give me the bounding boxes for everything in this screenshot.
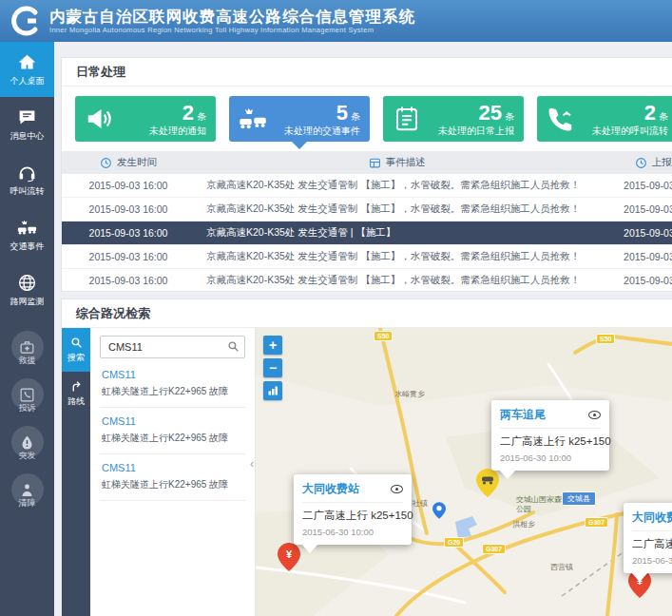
search-input[interactable]	[100, 336, 245, 358]
yellow-car-marker[interactable]	[476, 469, 499, 497]
tab-search[interactable]: 搜索	[62, 328, 90, 372]
card-label: 未处理的日常上报	[421, 125, 514, 136]
card-traffic-events[interactable]: 5条 未处理的交通事件	[229, 96, 370, 142]
collision-icon	[239, 105, 267, 133]
map-base-layer	[256, 328, 672, 616]
table-row[interactable]: 2015-09-03 16:00 京藏高速K20-K35处 发生交通管制 【施工…	[62, 174, 672, 198]
result-desc: 虹梯关隧道上行K22+965 故障	[102, 385, 243, 398]
zoom-out-button[interactable]: −	[263, 358, 282, 377]
search-result-item[interactable]: CMS11 虹梯关隧道上行K22+965 故障	[100, 408, 245, 454]
card-count: 25	[479, 101, 502, 125]
card-label: 未处理的通知	[113, 125, 206, 136]
quick-action-emergency[interactable]: 突发	[0, 426, 54, 462]
quick-action-rescue[interactable]: 救援	[0, 331, 54, 367]
traffic-chart-button[interactable]	[263, 381, 282, 400]
popup-title: 两车追尾	[500, 407, 546, 423]
home-icon	[17, 52, 37, 72]
card-count: 2	[644, 101, 656, 125]
table-header-row: 发生时间 事件描述 上报时间	[62, 151, 672, 174]
first-aid-icon	[19, 339, 35, 356]
search-icon[interactable]	[227, 340, 240, 353]
cell-time: 2015-09-03 16:00	[62, 251, 195, 262]
handset-icon	[547, 105, 575, 133]
card-label: 未处理的呼叫流转	[575, 125, 668, 136]
red-yuan-marker[interactable]: ¥	[278, 543, 300, 571]
sidebar-item-label: 个人桌面	[10, 75, 45, 87]
collapse-panel-icon[interactable]	[250, 457, 254, 471]
map-popup-toll-station: 大同收费站 二广高速上行 k25+150 2015-06-30 10:00	[624, 503, 672, 573]
cell-report: 2015-09-03 16:00	[599, 275, 672, 286]
search-icon	[70, 337, 83, 349]
result-desc: 虹梯关隧道上行K22+965 故障	[102, 478, 243, 491]
sidebar-item-messages[interactable]: 消息中心	[0, 97, 54, 152]
popup-location: 二广高速上行 k25+150	[302, 509, 403, 523]
column-header-time: 发生时间	[117, 156, 157, 169]
yuan-icon: ¥	[286, 549, 293, 560]
card-count: 2	[182, 101, 194, 125]
cell-desc: 京藏高速K20-K35处 发生交通管制 【施工】，水管破裂。需紧急组织施工人员抢…	[195, 250, 599, 263]
sidebar: 个人桌面 消息中心 呼叫流转 交通事件 路网监测 救援 投诉 突发	[0, 42, 54, 616]
quick-action-label: 投诉	[19, 402, 36, 414]
cell-time: 2015-09-03 16:00	[62, 227, 195, 239]
quick-action-clearing[interactable]: 清障	[0, 473, 54, 510]
card-notifications[interactable]: 2条 未处理的通知	[75, 96, 216, 142]
cell-report: 2015-09-03 16:00	[599, 180, 672, 191]
table-row[interactable]: 2015-09-03 16:00 京藏高速K20-K35处 发生交通管制 【施工…	[62, 198, 672, 221]
panel-title: 综合路况检索	[62, 299, 672, 328]
sidebar-item-desktop[interactable]: 个人桌面	[0, 42, 54, 97]
card-unit: 条	[351, 111, 360, 122]
road-search-panel: 综合路况检索 搜索 路线 CMS11 虹梯关隧道上	[61, 298, 672, 616]
card-unit: 条	[659, 111, 668, 122]
result-name: CMS11	[102, 369, 243, 380]
map-label: 西营镇	[550, 562, 573, 572]
popup-time: 2015-06-30 10:00	[632, 555, 672, 566]
table-row[interactable]: 2015-09-03 16:00 京藏高速K20-K35处 发生交通管制 【施工…	[62, 269, 672, 293]
card-call-transfers[interactable]: 2条 未处理的呼叫流转	[537, 96, 672, 142]
map-controls: + −	[263, 336, 282, 400]
popup-location: 二广高速上行 k25+150	[632, 537, 672, 551]
county-badge: 交城县	[562, 491, 596, 506]
sidebar-item-road-monitor[interactable]: 路网监测	[0, 262, 54, 318]
sidebar-item-label: 呼叫流转	[10, 185, 45, 198]
app-window: 内蒙古自治区联网收费高速公路综合信息管理系统 Inner Mongolia Au…	[0, 0, 672, 616]
map-pin-icon[interactable]	[432, 501, 446, 520]
events-table: 发生时间 事件描述 上报时间 2015-09-03 16:00 京藏高速K20-…	[62, 151, 672, 293]
road-badge: G307	[482, 544, 506, 554]
map-canvas[interactable]: + − S50 S50 G20 G307 G307 交城县 水峪贯乡 西社镇 交…	[256, 328, 672, 616]
table-row-selected[interactable]: 2015-09-03 16:00 京藏高速K20-K35处 发生交通管 | 【施…	[62, 221, 672, 245]
tab-route[interactable]: 路线	[62, 372, 90, 415]
card-daily-reports[interactable]: 25条 未处理的日常上报	[383, 96, 524, 142]
search-result-item[interactable]: CMS11 虹梯关隧道上行K22+965 故障	[100, 361, 245, 408]
headset-icon	[17, 163, 37, 183]
card-unit: 条	[505, 111, 514, 122]
sidebar-item-traffic-events[interactable]: 交通事件	[0, 207, 54, 262]
clock-icon	[100, 157, 112, 169]
app-header: 内蒙古自治区联网收费高速公路综合信息管理系统 Inner Mongolia Au…	[0, 0, 672, 42]
card-label: 未处理的交通事件	[267, 125, 360, 136]
tab-label: 搜索	[67, 352, 85, 364]
eye-icon[interactable]	[588, 411, 601, 419]
message-icon	[17, 107, 37, 127]
road-badge: S50	[596, 334, 615, 344]
card-count: 5	[336, 101, 348, 125]
map-popup-toll-station: 大同收费站 二广高速上行 k25+150 2015-06-30 10:00	[294, 474, 412, 545]
zoom-in-button[interactable]: +	[263, 336, 282, 355]
collision-icon	[17, 218, 37, 238]
cell-report: 2015-09-03 16:00	[599, 203, 672, 215]
sidebar-item-calls[interactable]: 呼叫流转	[0, 152, 54, 207]
map-popup-rear-end: 两车追尾 二广高速上行 k25+150 2015-06-30 10:00	[491, 400, 609, 471]
map-label: 洪相乡	[512, 519, 535, 529]
stat-cards: 2条 未处理的通知 5条 未处理的交通事件 25条 未处理的日常上报	[62, 87, 672, 151]
quick-action-complaint[interactable]: 投诉	[0, 378, 54, 414]
quick-action-label: 救援	[19, 355, 36, 367]
road-badge: G20	[444, 537, 464, 548]
result-name: CMS11	[102, 462, 243, 473]
report-icon	[393, 105, 421, 133]
popup-location: 二广高速上行 k25+150	[500, 434, 601, 449]
app-title: 内蒙古自治区联网收费高速公路综合信息管理系统	[49, 8, 415, 26]
quick-action-label: 突发	[19, 450, 36, 462]
road-badge: G307	[585, 517, 608, 528]
search-result-item[interactable]: CMS11 虹梯关隧道上行K22+965 故障	[100, 454, 245, 501]
table-row[interactable]: 2015-09-03 16:00 京藏高速K20-K35处 发生交通管制 【施工…	[62, 245, 672, 269]
eye-icon[interactable]	[391, 485, 403, 493]
